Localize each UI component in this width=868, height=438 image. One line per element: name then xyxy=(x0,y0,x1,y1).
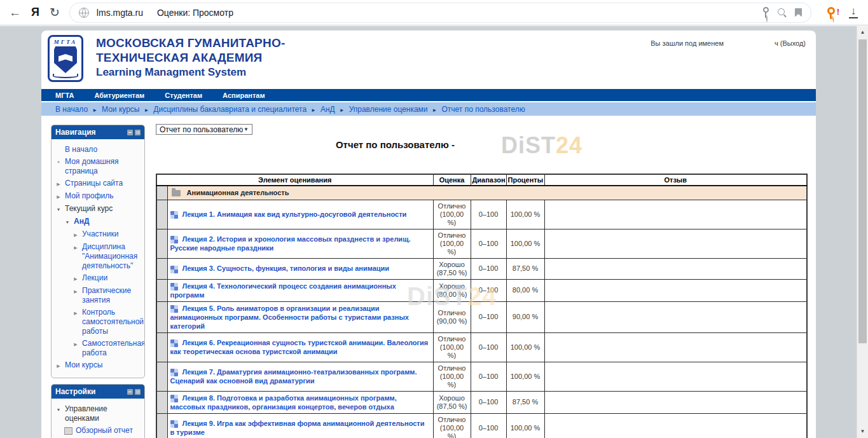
nav-item[interactable]: Моя домашняя страница xyxy=(55,156,142,177)
tree-toggle-icon[interactable] xyxy=(72,308,79,318)
settings-item-label[interactable]: Обзорный отчет xyxy=(76,426,133,435)
grade-cell: Отлично(100,00 %) xyxy=(433,332,471,362)
indent-cell xyxy=(156,186,167,200)
nav-item-label[interactable]: Текущий курс xyxy=(65,204,113,214)
breadcrumb-link[interactable]: АнД xyxy=(320,105,335,114)
dock-block-icon[interactable] xyxy=(135,389,141,395)
grade-item-link[interactable]: Лекция 9. Игра как эффективная форма ани… xyxy=(170,420,425,436)
breadcrumb-item: Дисциплины бакалавриата и специалитета► xyxy=(153,105,320,114)
breadcrumb-link[interactable]: Отчет по пользователю xyxy=(442,105,525,114)
grade-table: Элемент оценивания Оценка Диапазон Проце… xyxy=(156,174,808,438)
download-icon[interactable]: ↓ xyxy=(848,7,859,18)
scroll-up-icon[interactable]: ▲ xyxy=(857,27,868,38)
grade-item-link[interactable]: Лекция 5. Роль аниматоров в организации … xyxy=(170,305,410,330)
nav-item[interactable]: Дисциплина "Анимационная деятельность" xyxy=(72,241,142,272)
nav-item-label[interactable]: Самостоятельная работа xyxy=(82,339,145,358)
settings-item[interactable]: Управление оценками xyxy=(55,403,142,425)
tree-toggle-icon[interactable] xyxy=(55,157,62,167)
scroll-down-icon[interactable]: ▼ xyxy=(857,427,868,437)
nav-item-label[interactable]: Дисциплина "Анимационная деятельность" xyxy=(82,242,142,271)
menu-item[interactable]: МГТА xyxy=(55,92,74,99)
tree-toggle-icon[interactable] xyxy=(55,204,62,214)
grade-item-link[interactable]: Лекция 7. Драматургия анимационно-театра… xyxy=(170,368,417,385)
tree-toggle-icon[interactable] xyxy=(55,179,62,189)
nav-item[interactable]: Практические занятия xyxy=(72,285,142,306)
page-heading: Отчет по пользователю - xyxy=(156,139,806,150)
breadcrumb-link[interactable]: Управление оценками xyxy=(349,105,428,114)
protect-key-alert-icon[interactable]: ! xyxy=(825,6,837,20)
nav-item-label[interactable]: Страницы сайта xyxy=(65,179,123,188)
nav-item[interactable]: Участники xyxy=(72,228,142,241)
zoom-search-icon[interactable] xyxy=(777,8,787,18)
nav-item[interactable]: Самостоятельная работа xyxy=(72,338,142,359)
nav-item-label[interactable]: Контроль самостоятельной работы xyxy=(82,308,144,336)
logout-link[interactable]: ч (Выход) xyxy=(775,39,806,47)
grade-row: Лекция 8. Подготовка и разработка анимац… xyxy=(156,391,807,413)
tree-toggle-icon[interactable] xyxy=(55,404,62,414)
nav-item-label[interactable]: В начало xyxy=(65,145,97,154)
vertical-scrollbar[interactable]: ▲ ▼ xyxy=(857,26,868,438)
tree-toggle-icon[interactable] xyxy=(72,229,79,240)
nav-item[interactable]: Мой профиль xyxy=(55,190,142,203)
grade-item-link[interactable]: Лекция 6. Рекреационная сущность туристс… xyxy=(170,339,429,355)
nav-item[interactable]: АнД xyxy=(64,216,142,228)
module-icon xyxy=(170,266,178,273)
password-key-icon[interactable] xyxy=(762,7,769,18)
indent-cell xyxy=(156,332,167,362)
module-icon xyxy=(170,236,178,243)
url-text[interactable]: lms.mgta.ru xyxy=(97,8,143,18)
nav-item[interactable]: Страницы сайта xyxy=(55,177,142,190)
report-type-select[interactable]: Отчет по пользователю ▼ xyxy=(156,124,252,135)
menu-item[interactable]: Абитуриентам xyxy=(94,92,144,99)
grade-item-link[interactable]: Лекция 4. Технологический процесс создан… xyxy=(170,282,396,299)
nav-item[interactable]: Лекции xyxy=(72,272,142,285)
refresh-icon[interactable]: ↻ xyxy=(50,6,60,18)
tree-toggle-icon[interactable] xyxy=(55,360,62,371)
nav-item[interactable]: Текущий курс xyxy=(55,203,142,216)
tree-toggle-icon[interactable] xyxy=(72,286,79,296)
nav-item-label[interactable]: Лекции xyxy=(82,273,107,283)
dock-block-icon[interactable] xyxy=(135,130,141,135)
menu-item[interactable]: Аспирантам xyxy=(223,92,265,99)
grade-item-link[interactable]: Лекция 8. Подготовка и разработка анимац… xyxy=(170,394,397,411)
percent-cell: 80,00 % xyxy=(506,279,544,301)
breadcrumb-link[interactable]: Дисциплины бакалавриата и специалитета xyxy=(153,105,307,114)
tree-toggle-icon[interactable] xyxy=(72,242,79,252)
nav-item-label[interactable]: Моя домашняя страница xyxy=(65,157,142,176)
settings-item[interactable]: Обзорный отчет xyxy=(64,425,142,437)
hide-block-icon[interactable] xyxy=(127,389,133,395)
tree-toggle-icon[interactable] xyxy=(72,339,79,349)
nav-item-label[interactable]: АнД xyxy=(74,217,89,226)
tree-toggle-icon[interactable] xyxy=(64,427,72,435)
logo-shield-icon xyxy=(54,46,77,73)
folder-icon xyxy=(172,190,181,196)
grade-row: Лекция 3. Сущность, функция, типология и… xyxy=(156,258,807,279)
hide-block-icon[interactable] xyxy=(127,130,133,135)
feedback-cell xyxy=(544,301,807,332)
nav-item-label[interactable]: Участники xyxy=(82,229,118,239)
tree-toggle-icon[interactable] xyxy=(55,191,62,202)
feedback-cell xyxy=(544,229,807,258)
yandex-logo-icon[interactable]: Я xyxy=(31,6,39,18)
range-cell: 0–100 xyxy=(471,229,506,258)
tree-toggle-icon[interactable] xyxy=(72,273,79,284)
back-icon[interactable]: ← xyxy=(9,6,21,18)
settings-item-label[interactable]: Управление оценками xyxy=(65,404,142,423)
nav-item[interactable]: Мои курсы xyxy=(55,359,142,372)
nav-item[interactable]: В начало xyxy=(55,144,142,156)
grade-item-link[interactable]: Лекция 2. История и хронология массовых … xyxy=(170,235,411,252)
address-bar[interactable]: lms.mgta.ru Оценки: Просмотр xyxy=(70,3,811,22)
nav-item-label[interactable]: Практические занятия xyxy=(82,286,142,305)
scrollbar-thumb[interactable] xyxy=(858,39,867,343)
bookmark-icon[interactable] xyxy=(795,8,802,17)
nav-item[interactable]: Контроль самостоятельной работы xyxy=(72,306,142,338)
grade-item-link[interactable]: Лекция 1. Анимация как вид культурно-дос… xyxy=(183,210,407,218)
nav-item-label[interactable]: Мои курсы xyxy=(65,360,102,370)
breadcrumb-link[interactable]: Мои курсы xyxy=(102,105,139,114)
grade-item-link[interactable]: Лекция 3. Сущность, функция, типология и… xyxy=(183,264,390,272)
breadcrumb-link[interactable]: В начало xyxy=(55,105,88,114)
tree-toggle-icon[interactable] xyxy=(64,217,71,227)
block-header-icons xyxy=(127,389,141,395)
nav-item-label[interactable]: Мой профиль xyxy=(65,191,114,201)
menu-item[interactable]: Студентам xyxy=(165,92,202,99)
